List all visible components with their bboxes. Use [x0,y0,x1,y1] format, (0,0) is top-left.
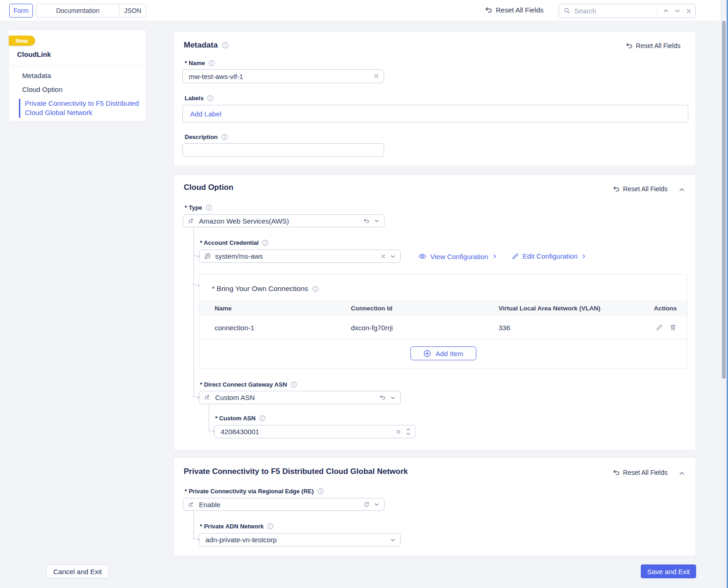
info-icon[interactable] [317,488,324,495]
view-configuration-link[interactable]: View Configuration [418,252,498,261]
table-row: connection-1 dxcon-fg70rrji 336 [199,316,687,339]
cancel-and-exit-button[interactable]: Cancel and Exit [46,564,109,578]
chevron-right-icon [581,254,587,259]
undo-icon [485,6,493,14]
info-icon[interactable] [221,133,228,140]
undo-icon [626,42,633,49]
info-icon[interactable] [222,42,229,49]
info-icon[interactable] [262,239,269,246]
save-and-exit-button[interactable]: Save and Exit [641,564,696,578]
plus-circle-icon [423,350,431,358]
oneof-branch-icon [204,394,211,401]
eye-icon [418,252,427,261]
account-credential-label: * Account Credential [200,239,269,246]
number-stepper[interactable] [406,428,411,436]
scrollbar-thumb[interactable] [722,21,726,379]
tree-connector [193,252,198,256]
tree-connector [209,427,213,431]
metadata-reset-fields-button[interactable]: Reset All Fields [626,42,680,49]
divider-notch [16,62,22,68]
cloud-option-card: Cloud Option Reset All Fields * Type Ama… [173,174,696,450]
cloud-option-reset-fields-button[interactable]: Reset All Fields [613,185,668,193]
collapse-section-button[interactable] [679,470,685,477]
metadata-card-title: Metadata [184,41,229,50]
private-connectivity-reset-fields-button[interactable]: Reset All Fields [613,469,668,476]
clear-icon[interactable] [380,254,386,259]
private-adn-network-select[interactable]: adn-private-vn-testcorp [199,533,401,546]
byoc-panel: * Bring Your Own Connections Name Connec… [199,274,687,369]
info-icon[interactable] [290,381,297,388]
private-adn-network-label: * Private ADN Network [200,523,274,530]
add-item-button[interactable]: Add Item [410,346,476,360]
tab-group: Documentation JSON [36,4,146,18]
dcg-asn-select[interactable]: Custom ASN [199,391,401,404]
refresh-icon[interactable] [363,501,370,508]
search-close-button[interactable] [686,8,692,14]
private-connectivity-card-title: Private Connectivity to F5 Distributed C… [184,467,408,476]
search-icon [564,7,571,14]
byoc-title: * Bring Your Own Connections [212,285,319,293]
name-field[interactable]: mw-test-aws-vif-1 [182,69,384,83]
account-credential-select[interactable]: system/ms-aws [199,249,401,263]
chevron-down-icon[interactable] [390,395,396,400]
description-label: Description [185,133,228,140]
labels-label: Labels [185,95,214,102]
tree-connector [193,393,198,397]
form-navigator: New CloudLink Metadata Cloud Option Priv… [8,30,146,121]
search-input[interactable]: Search [559,4,696,18]
tab-documentation[interactable]: Documentation [36,4,120,17]
collapse-section-button[interactable] [679,187,685,193]
edit-configuration-link[interactable]: Edit Configuration [511,252,587,260]
search-placeholder: Search [574,7,657,15]
cloud-option-card-title: Cloud Option [184,183,234,192]
info-icon[interactable] [205,204,212,211]
sidebar-item-cloud-option[interactable]: Cloud Option [22,85,63,93]
info-icon[interactable] [259,415,266,422]
tab-json[interactable]: JSON [120,4,146,17]
chevron-right-icon [492,254,498,259]
info-icon[interactable] [312,285,319,292]
metadata-card: Metadata Reset All Fields * Name mw-test… [173,31,696,166]
chevron-down-icon[interactable] [374,218,379,224]
oneof-branch-icon [188,218,195,224]
name-label: * Name [185,60,215,67]
search-prev-button[interactable] [663,8,669,14]
object-type-title: CloudLink [17,50,51,58]
regional-edge-select[interactable]: Enable [183,498,385,511]
chevron-down-icon[interactable] [374,502,379,507]
type-label: * Type [185,204,212,211]
private-connectivity-card: Private Connectivity to F5 Distributed C… [173,457,696,557]
clear-icon[interactable] [373,73,379,79]
info-icon[interactable] [267,523,274,530]
edit-row-icon[interactable] [656,324,663,331]
regional-edge-label: * Private Connectivity via Regional Edge… [185,488,324,495]
reset-all-fields-button[interactable]: Reset All Fields [485,6,543,14]
tree-connector [193,535,198,540]
info-icon[interactable] [207,95,214,102]
description-field[interactable] [182,143,384,157]
undo-icon[interactable] [379,394,386,401]
undo-icon[interactable] [363,218,370,224]
custom-asn-field[interactable]: 4208430001 [214,425,416,438]
pencil-icon [511,253,519,260]
sidebar-divider [9,65,146,66]
tree-connector [193,281,198,285]
info-icon[interactable] [208,60,215,67]
undo-icon [613,185,620,193]
top-toolbar: Form Documentation JSON Reset All Fields… [0,0,728,21]
chevron-down-icon[interactable] [390,254,396,259]
table-header: Name Connection Id Virtual Local Area Ne… [199,300,687,316]
undo-icon [613,469,620,476]
sidebar-item-private-connectivity[interactable]: Private Connectivity to F5 Distributed C… [19,99,140,118]
labels-field[interactable]: Add Label [182,105,688,122]
type-select[interactable]: Amazon Web Services(AWS) [183,214,385,227]
new-badge: New [9,36,35,46]
clear-icon[interactable] [396,429,401,435]
dcg-asn-label: * Direct Connect Gateway ASN [200,381,297,388]
delete-row-icon[interactable] [669,324,677,331]
add-label-button[interactable]: Add Label [190,110,222,118]
chevron-down-icon[interactable] [390,537,396,543]
sidebar-item-metadata[interactable]: Metadata [22,72,51,79]
tab-form[interactable]: Form [9,4,33,18]
search-next-button[interactable] [674,8,680,14]
